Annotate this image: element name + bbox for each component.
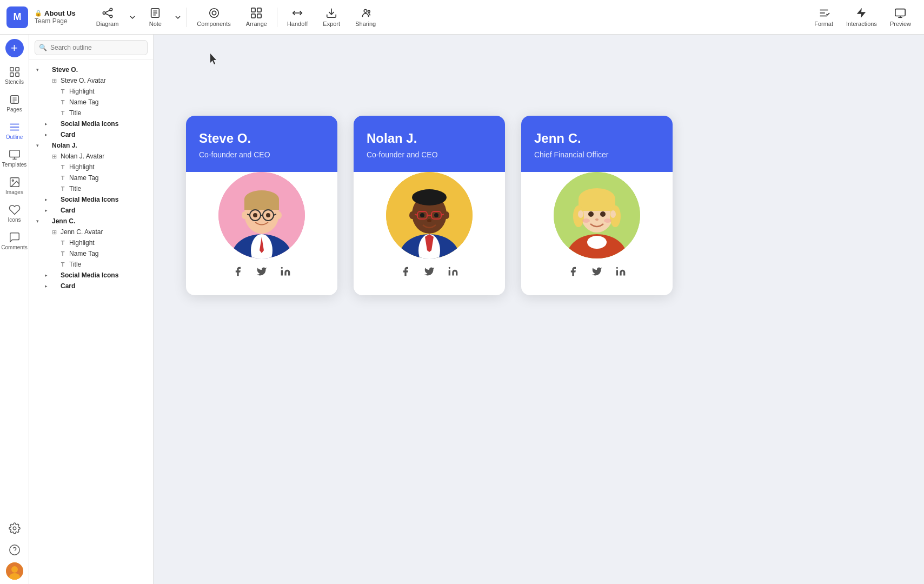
help-button[interactable] <box>2 541 28 559</box>
tree-item[interactable]: ▸Social Media Icons <box>29 194 153 205</box>
tree-arrow: ▸ <box>42 120 50 128</box>
tree-item[interactable]: ⊞Nolan J. Avatar <box>29 151 153 162</box>
svg-rect-14 <box>257 14 261 18</box>
toolbar-export-btn[interactable]: Export <box>315 4 348 30</box>
tree-item[interactable]: ▸Card <box>29 129 153 140</box>
toolbar-export-label: Export <box>323 21 340 27</box>
tree-text-icon: T <box>58 260 67 269</box>
search-input[interactable] <box>35 40 148 55</box>
tree-arrow: ▸ <box>42 196 50 203</box>
tree-item-label: Highlight <box>69 163 95 171</box>
svg-point-41 <box>12 180 14 181</box>
svg-point-77 <box>427 219 431 222</box>
svg-rect-29 <box>15 73 18 76</box>
tree-item[interactable]: TName Tag <box>29 172 153 183</box>
tree-group-icon <box>41 65 50 74</box>
steve-facebook-icon[interactable] <box>230 264 245 279</box>
sidebar-comments-label: Comments <box>1 244 27 250</box>
main-area: + Stencils Pages Outline <box>0 35 924 584</box>
steve-twitter-icon[interactable] <box>254 264 269 279</box>
tree-item[interactable]: THighlight <box>29 86 153 97</box>
tree-item[interactable]: ▸Social Media Icons <box>29 118 153 129</box>
sidebar-item-images[interactable]: Images <box>2 173 28 198</box>
steve-social <box>230 258 293 284</box>
toolbar-interactions-label: Interactions <box>846 21 877 27</box>
tree-item[interactable]: TTitle <box>29 108 153 118</box>
outline-search-area: 🔍 <box>29 35 153 60</box>
add-button[interactable]: + <box>5 39 24 57</box>
nolan-linkedin-icon[interactable] <box>446 264 461 279</box>
toolbar-note-label: Note <box>149 21 162 27</box>
tree-item[interactable]: TName Tag <box>29 97 153 108</box>
toolbar-format-btn[interactable]: Format <box>808 4 840 30</box>
sidebar-images-label: Images <box>5 189 23 195</box>
svg-rect-37 <box>9 150 19 157</box>
settings-button[interactable] <box>2 519 28 537</box>
svg-point-46 <box>11 566 18 573</box>
left-nav: + Stencils Pages Outline <box>0 35 29 584</box>
tree-item[interactable]: ▾Nolan J. <box>29 140 153 151</box>
toolbar-note-btn[interactable]: Note <box>139 4 171 30</box>
tree-group-label: Social Media Icons <box>61 196 118 203</box>
svg-point-64 <box>281 267 283 269</box>
sidebar-item-pages[interactable]: Pages <box>2 90 28 116</box>
tree-item[interactable]: ▸Card <box>29 205 153 216</box>
svg-line-4 <box>105 14 109 16</box>
tree-item[interactable]: THighlight <box>29 162 153 172</box>
toolbar-sharing-label: Sharing <box>355 21 376 27</box>
svg-point-10 <box>209 9 218 18</box>
steve-card: Steve O. Co-founder and CEO <box>186 116 337 295</box>
outline-panel: 🔍 ▾Steve O.⊞Steve O. AvatarTHighlightTNa… <box>29 35 154 584</box>
svg-point-91 <box>582 218 590 223</box>
jenn-facebook-icon[interactable] <box>566 264 581 279</box>
toolbar-handoff-btn[interactable]: Handoff <box>280 4 315 30</box>
tree-arrow: ▸ <box>42 131 50 138</box>
toolbar-sharing-btn[interactable]: Sharing <box>348 4 383 30</box>
tree-item-label: Title <box>69 109 81 117</box>
user-avatar[interactable] <box>6 562 23 580</box>
steve-linkedin-icon[interactable] <box>278 264 293 279</box>
toolbar-components-label: Components <box>197 21 230 27</box>
toolbar-note-dropdown[interactable] <box>171 11 184 24</box>
tree-image-icon: ⊞ <box>50 152 58 161</box>
jenn-card-body <box>521 172 673 295</box>
toolbar-interactions-btn[interactable]: Interactions <box>840 4 883 30</box>
sidebar-item-comments[interactable]: Comments <box>2 228 28 254</box>
svg-point-1 <box>110 8 112 11</box>
sidebar-item-templates[interactable]: Templates <box>2 145 28 171</box>
tree-image-icon: ⊞ <box>50 76 58 85</box>
tree-item[interactable]: TTitle <box>29 259 153 270</box>
svg-point-61 <box>266 213 270 217</box>
tree-item[interactable]: TName Tag <box>29 248 153 259</box>
toolbar-arrange-btn[interactable]: Arrange <box>238 4 275 30</box>
svg-point-90 <box>600 211 606 217</box>
nolan-facebook-icon[interactable] <box>398 264 413 279</box>
tree-item[interactable]: TTitle <box>29 183 153 194</box>
toolbar-format-label: Format <box>814 21 833 27</box>
canvas[interactable]: Steve O. Co-founder and CEO <box>154 35 924 584</box>
tree-group-icon <box>50 282 58 290</box>
tree-item[interactable]: ⊞Jenn C. Avatar <box>29 227 153 237</box>
tree-item[interactable]: ⊞Steve O. Avatar <box>29 75 153 86</box>
app-logo[interactable]: M <box>6 6 28 28</box>
sidebar-item-icons[interactable]: Icons <box>2 201 28 226</box>
jenn-twitter-icon[interactable] <box>589 264 604 279</box>
sidebar-item-stencils[interactable]: Stencils <box>2 63 28 88</box>
tree-item[interactable]: THighlight <box>29 237 153 248</box>
tree-item[interactable]: ▸Social Media Icons <box>29 270 153 281</box>
svg-point-83 <box>587 236 607 249</box>
toolbar-components-btn[interactable]: Components <box>189 4 238 30</box>
svg-point-89 <box>588 211 594 217</box>
sidebar-item-outline[interactable]: Outline <box>2 118 28 143</box>
svg-point-78 <box>409 211 415 219</box>
jenn-linkedin-icon[interactable] <box>613 264 628 279</box>
tree-item[interactable]: ▾Jenn C. <box>29 216 153 227</box>
tree-arrow: ▸ <box>42 282 50 290</box>
nolan-twitter-icon[interactable] <box>422 264 437 279</box>
toolbar-diagram-dropdown[interactable] <box>126 11 139 24</box>
tree-item[interactable]: ▾Steve O. <box>29 64 153 75</box>
toolbar-preview-btn[interactable]: Preview <box>883 4 918 30</box>
toolbar-diagram-btn[interactable]: Diagram <box>89 4 127 30</box>
jenn-avatar <box>554 172 640 258</box>
tree-item[interactable]: ▸Card <box>29 281 153 291</box>
